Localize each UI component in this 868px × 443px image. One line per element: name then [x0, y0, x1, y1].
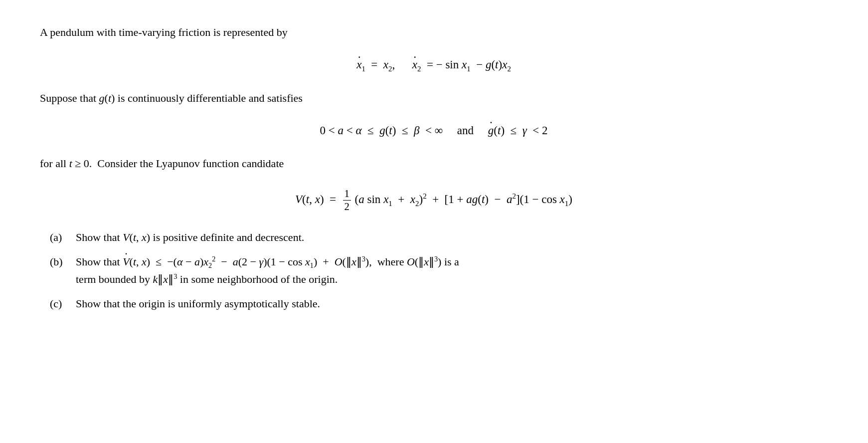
part-b-label: (b)	[50, 253, 76, 270]
part-a: (a) Show that V(t, x) is positive defini…	[50, 229, 828, 245]
part-c-label: (c)	[50, 295, 76, 312]
lyapunov-rhs: (a sin x1 + x2)2 + [1 + ag(t) − a2](1 − …	[355, 193, 572, 206]
xdot1: x1 = x2,	[356, 58, 398, 71]
intro-text: A pendulum with time‑varying friction is…	[40, 26, 288, 38]
part-c-text: Show that the origin is uniformly asympt…	[76, 295, 828, 312]
part-a-label: (a)	[50, 229, 76, 245]
part-c: (c) Show that the origin is uniformly as…	[50, 295, 828, 312]
half-fraction: 1 2	[343, 188, 351, 213]
forall-paragraph: for all t ≥ 0. Consider the Lyapunov fun…	[40, 155, 828, 172]
part-b-continuation: term bounded by k‖x‖3 in some neighborho…	[76, 271, 828, 287]
suppose-paragraph: Suppose that g(t) is continuously differ…	[40, 90, 828, 106]
forall-text: for all t ≥ 0. Consider the Lyapunov fun…	[40, 157, 284, 170]
lyapunov-equation: V(t, x) = 1 2 (a sin x1 + x2)2 + [1 + ag…	[40, 188, 828, 213]
part-b-text: Show that V(t, x) ≤ −(α − a)x22 − a(2 − …	[76, 253, 828, 270]
part-a-text: Show that V(t, x) is positive definite a…	[76, 229, 828, 245]
constraint-right: g(t) ≤ γ < 2	[488, 124, 548, 137]
lyapunov-lhs: V(t, x) =	[295, 193, 342, 206]
intro-paragraph: A pendulum with time‑varying friction is…	[40, 24, 828, 40]
suppose-text: Suppose that g(t) is continuously differ…	[40, 92, 303, 104]
constraints-equations: 0 < a < α ≤ g(t) ≤ β < ∞ and g(t) ≤ γ < …	[40, 122, 828, 140]
part-b: (b) Show that V(t, x) ≤ −(α − a)x22 − a(…	[50, 253, 828, 270]
xdot2: x2 = − sin x1 − g(t)x2	[412, 58, 511, 71]
page-content: A pendulum with time‑varying friction is…	[40, 24, 828, 312]
system-equations: x1 = x2, x2 = − sin x1 − g(t)x2	[40, 56, 828, 74]
constraint-left: 0 < a < α ≤ g(t) ≤ β < ∞	[320, 124, 445, 137]
